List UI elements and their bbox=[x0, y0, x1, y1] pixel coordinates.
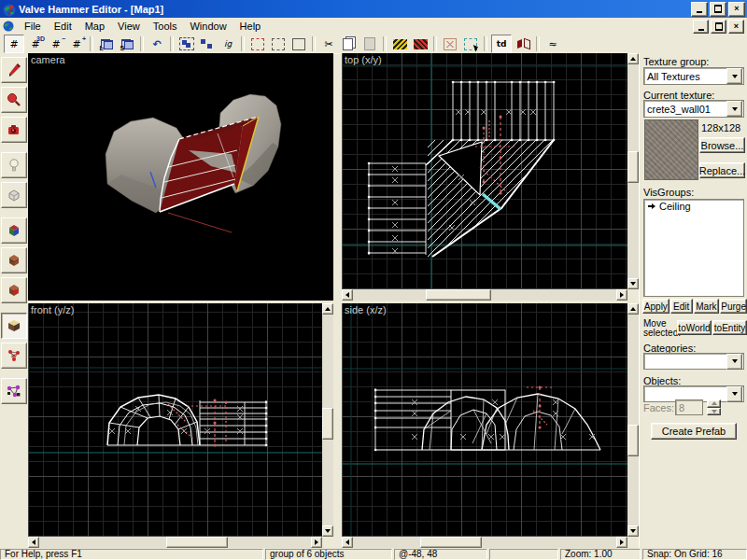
camera-tool-button[interactable] bbox=[1, 117, 27, 143]
vscroll-thumb[interactable] bbox=[322, 408, 333, 440]
scroll-down-button[interactable] bbox=[627, 278, 639, 289]
block-tool-button[interactable] bbox=[1, 182, 27, 208]
to-entity-button[interactable]: toEntity bbox=[712, 320, 747, 335]
purge-button[interactable]: Purge bbox=[720, 299, 747, 314]
copy-button[interactable] bbox=[340, 35, 359, 52]
magnify-tool-button[interactable] bbox=[1, 87, 27, 113]
scroll-up-button[interactable] bbox=[627, 303, 639, 315]
viewport-side-canvas[interactable]: side (x/z) bbox=[342, 303, 627, 537]
spin-down-button[interactable] bbox=[707, 408, 721, 416]
load-window-state-button[interactable]: L bbox=[97, 35, 116, 52]
scroll-down-button[interactable] bbox=[322, 525, 333, 537]
spin-up-button[interactable] bbox=[707, 399, 721, 408]
morph-button[interactable]: ≈ bbox=[543, 35, 562, 52]
viewport-top-label: top (x/y) bbox=[345, 54, 382, 65]
categories-combo[interactable] bbox=[643, 353, 744, 370]
texture-application-button[interactable]: td bbox=[491, 35, 512, 53]
current-texture-combo[interactable]: crete3_wall01 bbox=[643, 100, 744, 118]
viewport-side-hscrollbar[interactable] bbox=[342, 537, 627, 548]
arrow-down-icon bbox=[712, 410, 717, 413]
viewport-front-hscrollbar[interactable] bbox=[28, 537, 322, 548]
viewport-camera[interactable]: camera bbox=[28, 53, 333, 301]
viewport-front-vscrollbar[interactable] bbox=[322, 303, 333, 537]
menu-edit[interactable]: Edit bbox=[48, 19, 78, 34]
texture-group-combo[interactable]: All Textures bbox=[643, 67, 744, 85]
dropdown-button[interactable] bbox=[726, 68, 742, 84]
scroll-left-button[interactable] bbox=[342, 537, 353, 548]
vscroll-thumb[interactable] bbox=[627, 425, 639, 456]
viewport-top-canvas[interactable]: top (x/y) bbox=[342, 53, 627, 289]
make-hollow-button[interactable] bbox=[411, 35, 430, 52]
scroll-right-button[interactable] bbox=[616, 289, 627, 301]
group-button[interactable] bbox=[177, 35, 196, 52]
split-faces-button[interactable] bbox=[514, 35, 532, 52]
hscroll-thumb[interactable] bbox=[166, 537, 228, 548]
menu-file[interactable]: File bbox=[18, 19, 48, 34]
grid-smaller-button[interactable]: #− bbox=[47, 35, 65, 52]
visgroups-list[interactable]: Ceiling bbox=[643, 199, 744, 297]
selection-tool-button[interactable] bbox=[1, 57, 27, 83]
vscroll-thumb[interactable] bbox=[627, 151, 639, 183]
apply-decals-tool-button[interactable] bbox=[1, 277, 27, 303]
ignore-groups-button[interactable]: ig bbox=[218, 35, 237, 52]
scroll-up-button[interactable] bbox=[322, 303, 333, 315]
scroll-right-button[interactable] bbox=[616, 537, 627, 548]
viewport-top-hscrollbar[interactable] bbox=[342, 289, 627, 301]
mdi-minimize-button[interactable] bbox=[693, 20, 709, 34]
viewport-side-vscrollbar[interactable] bbox=[627, 303, 639, 537]
grid-toggle-button[interactable]: # bbox=[4, 35, 24, 53]
scroll-up-button[interactable] bbox=[627, 53, 639, 64]
create-prefab-button[interactable]: Create Prefab bbox=[651, 423, 737, 440]
scroll-down-button[interactable] bbox=[627, 525, 639, 537]
apply-current-texture-tool-button[interactable] bbox=[1, 247, 27, 273]
mdi-close-button[interactable]: × bbox=[728, 20, 744, 34]
dropdown-button[interactable] bbox=[726, 386, 742, 402]
vertex-tool-button[interactable] bbox=[1, 343, 27, 369]
cut-button[interactable]: ✂ bbox=[319, 35, 338, 52]
undo-button[interactable]: ↶ bbox=[148, 35, 166, 52]
menu-tools[interactable]: Tools bbox=[147, 19, 184, 34]
grid-3d-button[interactable]: #3D bbox=[26, 35, 45, 52]
entity-tool-button[interactable] bbox=[1, 152, 27, 178]
grid-larger-button[interactable]: #+ bbox=[67, 35, 86, 52]
menu-map[interactable]: Map bbox=[78, 19, 111, 34]
dropdown-button[interactable] bbox=[726, 354, 742, 370]
mark-button[interactable]: Mark bbox=[694, 299, 720, 314]
carve-button[interactable] bbox=[390, 35, 409, 52]
chevron-down-icon bbox=[732, 359, 738, 363]
show-hidden-button[interactable] bbox=[289, 35, 308, 52]
dropdown-button[interactable] bbox=[726, 101, 742, 117]
path-tool-button[interactable] bbox=[1, 378, 27, 404]
scroll-left-button[interactable] bbox=[28, 537, 39, 548]
mdi-restore-button[interactable] bbox=[711, 20, 726, 34]
selection-box-button[interactable] bbox=[441, 35, 459, 52]
paste-button[interactable] bbox=[360, 35, 379, 52]
edit-button[interactable]: Edit bbox=[670, 299, 693, 314]
menu-help[interactable]: Help bbox=[233, 19, 268, 34]
cursor-select-button[interactable] bbox=[461, 35, 480, 52]
minimize-button[interactable] bbox=[691, 2, 708, 17]
hscroll-thumb[interactable] bbox=[426, 289, 491, 301]
replace-button[interactable]: Replace... bbox=[699, 162, 745, 178]
scroll-right-button[interactable] bbox=[311, 537, 322, 548]
texture-application-tool-button[interactable] bbox=[1, 217, 27, 244]
arrow-up-icon bbox=[630, 307, 636, 311]
viewport-front-canvas[interactable]: front (y/z) bbox=[28, 303, 322, 537]
scroll-left-button[interactable] bbox=[342, 289, 353, 301]
visgroup-item[interactable]: Ceiling bbox=[644, 200, 743, 213]
close-button[interactable]: × bbox=[728, 2, 745, 17]
hscroll-thumb[interactable] bbox=[420, 537, 482, 548]
faces-field[interactable]: 8 bbox=[675, 399, 703, 415]
apply-button[interactable]: Apply bbox=[642, 299, 669, 314]
menu-view[interactable]: View bbox=[111, 19, 147, 34]
clipping-tool-button[interactable] bbox=[1, 313, 27, 339]
hide-selected-button[interactable] bbox=[248, 35, 267, 52]
hide-unselected-button[interactable] bbox=[269, 35, 288, 52]
ungroup-button[interactable] bbox=[198, 35, 217, 52]
viewport-top-vscrollbar[interactable] bbox=[627, 53, 639, 289]
to-world-button[interactable]: toWorld bbox=[677, 320, 712, 335]
save-window-state-button[interactable]: S bbox=[118, 35, 136, 52]
restore-button[interactable] bbox=[710, 2, 726, 17]
menu-window[interactable]: Window bbox=[183, 19, 233, 34]
browse-button[interactable]: Browse... bbox=[699, 137, 745, 153]
